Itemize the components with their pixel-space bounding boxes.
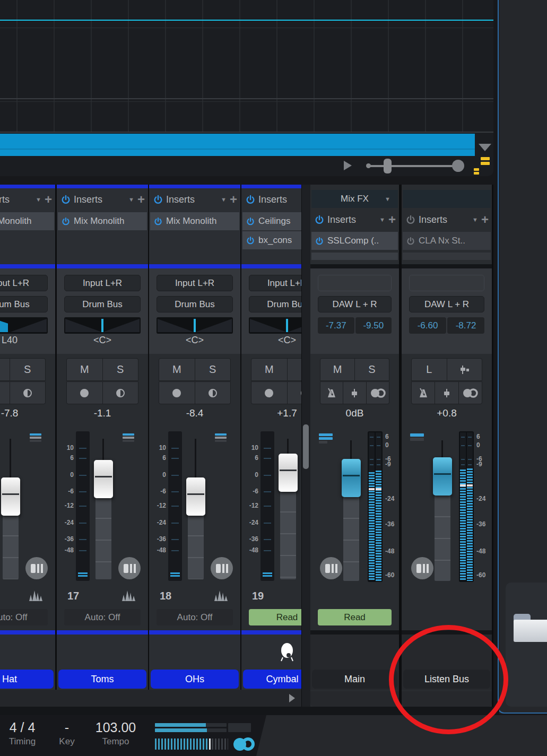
solo-button[interactable]: S xyxy=(355,359,389,380)
insert-slot[interactable]: SSLComp (.. xyxy=(311,232,398,250)
insert-slot[interactable]: Mix Monolith xyxy=(0,212,54,230)
inserts-header[interactable]: Inserts ▼ + xyxy=(0,191,52,208)
power-icon[interactable] xyxy=(315,215,324,224)
power-icon[interactable] xyxy=(406,237,415,245)
pan-control[interactable] xyxy=(157,317,233,334)
channel-mode-button[interactable] xyxy=(118,557,141,579)
automation-mode-button[interactable]: Read xyxy=(249,609,301,625)
insert-slot[interactable]: bx_cons xyxy=(242,231,301,249)
horizontal-scrollbar[interactable] xyxy=(0,134,475,156)
chevron-down-icon[interactable]: ▼ xyxy=(379,216,385,223)
insert-slot[interactable]: Mix Monolith xyxy=(150,212,239,230)
solo-button[interactable]: S xyxy=(103,359,138,380)
automation-mode-button[interactable]: Read xyxy=(318,609,392,625)
fader-handle[interactable] xyxy=(94,460,113,498)
output-select-button[interactable]: Drum Bus xyxy=(64,296,141,312)
record-arm-button[interactable] xyxy=(67,382,102,404)
mono-stereo-button[interactable] xyxy=(367,382,389,404)
channel-name-tab[interactable]: Hat xyxy=(0,670,54,689)
mute-button[interactable]: M xyxy=(0,359,10,380)
chevron-down-icon[interactable]: ▼ xyxy=(472,216,478,223)
insert-slot[interactable]: Ceilings xyxy=(242,212,301,230)
monitor-button[interactable] xyxy=(288,382,302,404)
chevron-down-icon[interactable]: ▼ xyxy=(36,196,41,203)
chevron-down-icon[interactable]: ▼ xyxy=(221,196,227,203)
power-icon[interactable] xyxy=(153,195,163,204)
inserts-header[interactable]: Inserts ▼ + xyxy=(406,211,489,228)
insert-slot[interactable]: Mix Monolith xyxy=(58,212,147,230)
chevron-down-icon[interactable]: ▼ xyxy=(385,196,390,202)
chevron-down-icon[interactable]: ▼ xyxy=(128,196,134,203)
add-insert-icon[interactable]: + xyxy=(481,214,489,225)
play-cursor-icon[interactable] xyxy=(344,161,352,170)
output-select-button[interactable]: Drum Bus xyxy=(0,296,48,312)
add-insert-icon[interactable]: + xyxy=(137,194,145,205)
pan-control[interactable] xyxy=(0,317,48,334)
peak-readout-left[interactable]: -7.37 xyxy=(318,317,354,334)
input-slot-empty[interactable] xyxy=(318,275,392,291)
monitor-button[interactable] xyxy=(103,382,138,404)
fader-handle[interactable] xyxy=(342,459,361,497)
power-icon[interactable] xyxy=(246,236,255,245)
channel-name-tab[interactable]: Cymbal R xyxy=(243,670,301,689)
solo-button[interactable]: S xyxy=(195,359,231,380)
mute-button[interactable]: M xyxy=(67,359,102,380)
output-select-button[interactable]: DAW L + R xyxy=(318,296,392,312)
mixfx-header[interactable]: Mix FX ▼ xyxy=(311,190,398,208)
monitor-button[interactable] xyxy=(195,382,231,404)
mono-stereo-toggle[interactable] xyxy=(233,737,255,751)
listen-button[interactable]: L xyxy=(412,359,447,380)
solo-button[interactable]: S xyxy=(288,359,302,380)
record-arm-button[interactable] xyxy=(159,382,195,404)
add-insert-icon[interactable]: + xyxy=(388,214,396,225)
fader-flip-button[interactable] xyxy=(435,382,458,404)
insert-slot[interactable]: CLA Nx St.. xyxy=(403,232,491,250)
add-insert-icon[interactable]: + xyxy=(230,194,237,205)
channel-name-tab[interactable]: Listen Bus xyxy=(403,670,490,689)
power-icon[interactable] xyxy=(154,217,162,225)
tempo-value[interactable]: 103.00 xyxy=(89,718,142,736)
automation-mode-button[interactable]: Auto: Off xyxy=(157,609,233,625)
channel-mode-button[interactable] xyxy=(320,557,342,579)
solo-button[interactable]: S xyxy=(10,359,46,380)
inserts-header[interactable]: Inserts ▼ + xyxy=(61,191,145,208)
channel-name-tab[interactable]: Main xyxy=(312,670,397,689)
insert-slot-partial[interactable] xyxy=(311,253,398,260)
zoom-slider-knob[interactable] xyxy=(452,160,464,172)
power-icon[interactable] xyxy=(315,237,324,245)
automation-mode-button[interactable]: Auto: Off xyxy=(0,609,48,625)
record-arm-button[interactable] xyxy=(0,382,10,404)
record-arm-button[interactable] xyxy=(251,382,287,404)
inserts-header[interactable]: Inserts ▼ + xyxy=(315,211,396,228)
mute-button[interactable]: M xyxy=(159,359,195,380)
input-select-button[interactable]: Input L+R xyxy=(64,275,141,291)
fader-handle[interactable] xyxy=(1,477,20,516)
automation-mode-button[interactable]: Auto: Off xyxy=(64,609,141,625)
add-insert-icon[interactable]: + xyxy=(45,194,52,205)
expand-right-icon[interactable] xyxy=(289,694,295,702)
pan-control[interactable] xyxy=(64,317,141,334)
inserts-header[interactable]: Inserts ▼ + xyxy=(153,191,237,208)
timing-value[interactable]: 4 / 4 xyxy=(3,718,41,736)
output-select-button[interactable]: Drum Bus xyxy=(249,296,301,312)
zoom-slider-track[interactable] xyxy=(368,165,459,167)
channel-name-tab[interactable]: Toms xyxy=(58,670,146,689)
monitor-button[interactable] xyxy=(10,382,46,404)
fader-flip-button[interactable] xyxy=(343,382,366,404)
zoom-preset-small-icon[interactable] xyxy=(474,172,479,175)
output-select-button[interactable]: DAW L + R xyxy=(409,296,484,312)
scroll-down-icon[interactable] xyxy=(479,144,491,151)
power-icon[interactable] xyxy=(62,217,70,225)
channel-mode-button[interactable] xyxy=(411,557,433,579)
channel-name-tab[interactable]: OHs xyxy=(151,670,239,689)
metronome-button[interactable] xyxy=(320,382,343,404)
input-select-button[interactable]: Input L+R xyxy=(249,275,301,291)
pan-control[interactable] xyxy=(249,317,301,334)
input-select-button[interactable]: Input L+R xyxy=(157,275,233,291)
zoom-slider-handle[interactable] xyxy=(384,159,392,173)
power-icon[interactable] xyxy=(406,215,415,224)
power-icon[interactable] xyxy=(61,195,71,204)
insert-slot-partial[interactable] xyxy=(403,253,491,260)
mono-stereo-button[interactable] xyxy=(459,382,482,404)
fader-handle[interactable] xyxy=(186,477,205,516)
